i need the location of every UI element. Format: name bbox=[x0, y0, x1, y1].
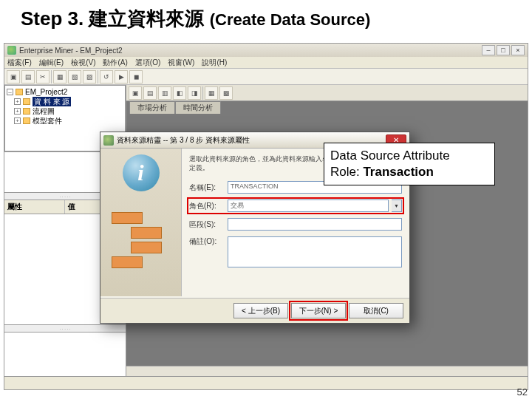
canvas-tool[interactable]: ▦ bbox=[205, 86, 218, 100]
menu-options[interactable]: 選項(O) bbox=[135, 57, 160, 68]
notes-label: 備註(O): bbox=[189, 236, 225, 247]
notes-textarea[interactable] bbox=[228, 236, 402, 267]
splitter[interactable]: · · · · · bbox=[4, 324, 126, 332]
step-title-en: (Create Data Source) bbox=[210, 10, 371, 29]
cancel-button[interactable]: 取消(C) bbox=[349, 303, 403, 318]
callout-line2a: Role: bbox=[330, 165, 363, 179]
back-button[interactable]: < 上一步(B) bbox=[233, 303, 288, 318]
role-row-highlight: 角色(R): 交易 ▼ bbox=[189, 200, 402, 212]
minimize-button[interactable]: – bbox=[482, 45, 495, 55]
toolbar: ▣ ▤ ✂ ▦ ▧ ▨ ↺ ▶ ◼ bbox=[4, 69, 528, 85]
toolbar-btn[interactable]: ▶ bbox=[115, 70, 128, 83]
title-bar: Enterprise Miner - EM_Project2 – □ × bbox=[4, 44, 528, 57]
tree-packages[interactable]: 模型套件 bbox=[33, 116, 62, 126]
help-panel bbox=[4, 332, 126, 376]
col-attribute: 屬性 bbox=[4, 200, 65, 214]
callout-line2b: Transaction bbox=[363, 165, 433, 179]
app-title: Enterprise Miner - EM_Project2 bbox=[19, 47, 123, 55]
wizard-button-bar: < 上一步(B) 下一步(N) > 取消(C) bbox=[100, 298, 409, 323]
menu-bar: 檔案(F) 編輯(E) 檢視(V) 動作(A) 選項(O) 視窗(W) 說明(H… bbox=[4, 57, 528, 69]
chevron-down-icon[interactable]: ▼ bbox=[392, 200, 402, 212]
canvas-tool[interactable]: ◨ bbox=[188, 86, 201, 100]
flow-graphic bbox=[112, 212, 171, 268]
step-title-zh: 建立資料來源 bbox=[89, 8, 204, 30]
slide-title: Step 3. 建立資料來源 (Create Data Source) bbox=[0, 0, 532, 38]
toolbar-btn[interactable]: ▤ bbox=[21, 70, 35, 83]
toolbar-btn[interactable]: ▨ bbox=[83, 70, 96, 83]
toolbar-btn[interactable]: ↺ bbox=[100, 70, 113, 83]
wizard-title: 資料來源精靈 -- 第 3 / 8 步 資料來源屬性 bbox=[117, 135, 250, 146]
menu-view[interactable]: 檢視(V) bbox=[71, 57, 95, 68]
menu-edit[interactable]: 編輯(E) bbox=[39, 57, 64, 68]
folder-icon bbox=[23, 117, 30, 124]
menu-action[interactable]: 動作(A) bbox=[103, 57, 127, 68]
role-label: 角色(R): bbox=[189, 201, 225, 211]
tree-root[interactable]: EM_Project2 bbox=[25, 87, 67, 97]
role-select[interactable]: 交易 bbox=[228, 200, 389, 212]
name-label: 名稱(E): bbox=[189, 183, 225, 193]
segment-input[interactable] bbox=[228, 218, 402, 231]
wizard-sidebar: i bbox=[100, 149, 182, 296]
toolbar-btn[interactable]: ▣ bbox=[7, 70, 20, 83]
toolbar-btn[interactable]: ▧ bbox=[68, 70, 81, 83]
toolbar-btn[interactable]: ✂ bbox=[36, 70, 50, 83]
annotation-callout: Data Source Attribute Role: Transaction bbox=[324, 143, 495, 185]
menu-file[interactable]: 檔案(F) bbox=[7, 57, 32, 68]
status-bar bbox=[4, 376, 528, 389]
canvas-tool[interactable]: ◧ bbox=[173, 86, 186, 100]
canvas-tool[interactable]: ▥ bbox=[158, 86, 171, 100]
menu-window[interactable]: 視窗(W) bbox=[168, 57, 194, 68]
maximize-button[interactable]: □ bbox=[497, 45, 510, 55]
info-icon: i bbox=[123, 154, 160, 191]
menu-help[interactable]: 說明(H) bbox=[202, 57, 227, 68]
next-button[interactable]: 下一步(N) > bbox=[291, 303, 346, 318]
canvas-tool[interactable]: ▩ bbox=[219, 86, 233, 100]
project-icon bbox=[16, 89, 23, 95]
toolbar-btn[interactable]: ◼ bbox=[129, 70, 143, 83]
callout-line1: Data Source Attribute bbox=[330, 149, 450, 163]
toolbar-btn[interactable]: ▦ bbox=[53, 70, 66, 83]
canvas-tool[interactable]: ▤ bbox=[143, 86, 157, 100]
step-number: Step 3. bbox=[21, 7, 83, 30]
folder-icon bbox=[23, 108, 30, 115]
folder-icon bbox=[23, 98, 30, 105]
canvas-tool[interactable]: ▣ bbox=[129, 86, 142, 100]
close-button[interactable]: × bbox=[511, 45, 525, 55]
canvas-toolbar: ▣ ▤ ▥ ◧ ◨ ▦ ▩ bbox=[126, 85, 528, 101]
segment-label: 區段(S): bbox=[189, 219, 225, 230]
canvas-hscroll[interactable] bbox=[126, 366, 528, 376]
wizard-icon bbox=[103, 135, 114, 146]
page-number: 52 bbox=[517, 386, 528, 398]
tree-diagrams[interactable]: 流程圖 bbox=[33, 106, 55, 116]
tree-data-sources[interactable]: 資 料 來 源 bbox=[33, 97, 71, 106]
app-icon bbox=[7, 46, 16, 55]
